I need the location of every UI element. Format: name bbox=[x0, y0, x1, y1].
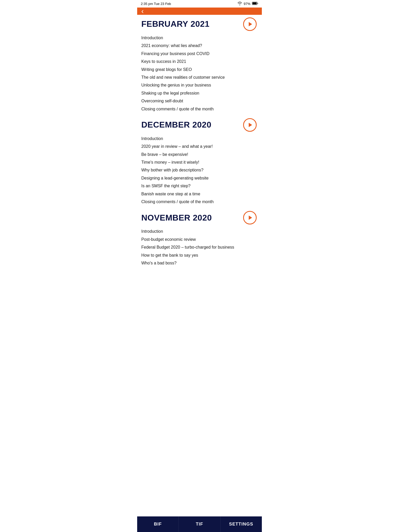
status-right: 97% bbox=[237, 2, 258, 6]
battery-text: 97% bbox=[244, 2, 250, 6]
article-list-feb2021: Introduction2021 economy: what lies ahea… bbox=[141, 34, 258, 113]
svg-marker-3 bbox=[249, 123, 252, 127]
section-header-dec2020: DECEMBER 2020 bbox=[141, 118, 258, 132]
article-item[interactable]: Federal Budget 2020 – turbo-charged for … bbox=[141, 243, 258, 251]
play-button-nov2020[interactable] bbox=[243, 211, 257, 224]
article-item[interactable]: How to get the bank to say yes bbox=[141, 251, 258, 259]
play-button-dec2020[interactable] bbox=[243, 118, 257, 132]
article-item[interactable]: Introduction bbox=[141, 34, 258, 42]
tab-tif[interactable]: TIF bbox=[179, 516, 220, 532]
section-header-nov2020: NOVEMBER 2020 bbox=[141, 211, 258, 224]
section-dec2020: DECEMBER 2020Introduction2020 year in re… bbox=[141, 118, 258, 206]
article-item[interactable]: Financing your business post COVID bbox=[141, 50, 258, 58]
tab-tif-label: TIF bbox=[196, 522, 203, 527]
article-item[interactable]: Post-budget economic review bbox=[141, 236, 258, 243]
article-list-dec2020: Introduction2020 year in review – and wh… bbox=[141, 135, 258, 206]
section-nov2020: NOVEMBER 2020IntroductionPost-budget eco… bbox=[141, 211, 258, 267]
wifi-icon bbox=[237, 2, 242, 6]
article-item[interactable]: 2021 economy: what lies ahead? bbox=[141, 42, 258, 50]
article-list-nov2020: IntroductionPost-budget economic reviewF… bbox=[141, 228, 258, 267]
article-item[interactable]: Banish waste one step at a time bbox=[141, 190, 258, 198]
tab-settings-label: SETTINGS bbox=[229, 522, 253, 527]
article-item[interactable]: Overcoming self-doubt bbox=[141, 97, 258, 105]
article-item[interactable]: Closing comments / quote of the month bbox=[141, 198, 258, 206]
article-item[interactable]: Writing great blogs for SEO bbox=[141, 66, 258, 74]
article-item[interactable]: The old and new realities of customer se… bbox=[141, 74, 258, 81]
article-item[interactable]: Is an SMSF the right step? bbox=[141, 182, 258, 190]
tab-bar: BIF TIF SETTINGS bbox=[137, 516, 262, 532]
article-item[interactable]: Keys to success in 2021 bbox=[141, 58, 258, 65]
svg-rect-1 bbox=[252, 2, 257, 4]
svg-marker-4 bbox=[249, 216, 252, 220]
article-item[interactable]: Time's money – invest it wisely! bbox=[141, 158, 258, 166]
article-item[interactable]: 2020 year in review – and what a year! bbox=[141, 143, 258, 150]
article-item[interactable]: Closing comments / quote of the month bbox=[141, 105, 258, 113]
tab-bif-label: BIF bbox=[154, 522, 162, 527]
section-feb2021: FEBRUARY 2021Introduction2021 economy: w… bbox=[141, 17, 258, 113]
tab-bif[interactable]: BIF bbox=[137, 516, 179, 532]
status-bar: 2:35 pm Tue 23 Feb 97% bbox=[137, 0, 262, 8]
app-header: ‹ bbox=[137, 8, 262, 15]
main-content: FEBRUARY 2021Introduction2021 economy: w… bbox=[137, 15, 262, 277]
battery-icon bbox=[252, 2, 258, 6]
section-title-dec2020: DECEMBER 2020 bbox=[141, 120, 211, 129]
back-button[interactable]: ‹ bbox=[141, 8, 144, 15]
article-item[interactable]: Introduction bbox=[141, 228, 258, 235]
article-item[interactable]: Introduction bbox=[141, 135, 258, 143]
tab-settings[interactable]: SETTINGS bbox=[221, 516, 262, 532]
status-time: 2:35 pm Tue 23 Feb bbox=[141, 2, 171, 6]
article-item[interactable]: Shaking up the legal profession bbox=[141, 89, 258, 97]
article-item[interactable]: Designing a lead-generating website bbox=[141, 174, 258, 182]
section-title-feb2021: FEBRUARY 2021 bbox=[141, 19, 210, 29]
section-header-feb2021: FEBRUARY 2021 bbox=[141, 17, 258, 31]
play-button-feb2021[interactable] bbox=[243, 17, 257, 31]
article-item[interactable]: Unlocking the genius in your business bbox=[141, 81, 258, 89]
article-item[interactable]: Who's a bad boss? bbox=[141, 259, 258, 267]
section-title-nov2020: NOVEMBER 2020 bbox=[141, 213, 212, 222]
svg-marker-2 bbox=[249, 22, 252, 26]
article-item[interactable]: Why bother with job descriptions? bbox=[141, 166, 258, 174]
article-item[interactable]: Be brave – be expensive! bbox=[141, 151, 258, 158]
